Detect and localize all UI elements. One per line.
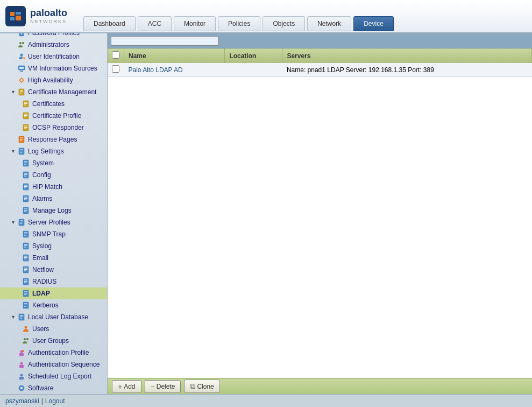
manage-logs-icon xyxy=(22,206,30,215)
sidebar-item-users[interactable]: Users xyxy=(0,323,107,335)
local-user-db-icon xyxy=(17,313,26,321)
top-bar: paloalto NETWORKS DashboardACCMonitorPol… xyxy=(0,0,532,33)
add-button[interactable]: + Add xyxy=(112,380,141,393)
sidebar-item-scheduled-log-export[interactable]: Scheduled Log Export xyxy=(0,370,107,382)
user-identification-icon xyxy=(17,52,26,61)
alarms-icon xyxy=(22,194,30,203)
col-header-location: Location xyxy=(225,48,282,63)
kerberos-icon xyxy=(22,301,30,310)
svg-point-16 xyxy=(20,79,23,81)
nav-tab-policies[interactable]: Policies xyxy=(218,16,260,31)
sidebar-item-syslog[interactable]: Syslog xyxy=(0,240,107,252)
sidebar: Setup Config Audit Admin Roles Password … xyxy=(0,33,108,394)
radius-icon xyxy=(22,277,30,286)
col-header-checkbox xyxy=(108,48,124,63)
svg-rect-2 xyxy=(10,17,15,20)
administrators-icon xyxy=(17,40,26,49)
svg-point-10 xyxy=(19,42,22,44)
user-groups-icon xyxy=(22,336,30,345)
ocsp-responder-icon xyxy=(22,123,30,132)
sidebar-item-high-availability[interactable]: High Availability xyxy=(0,74,107,86)
nav-tab-network[interactable]: Network xyxy=(307,16,351,31)
expand-arrow-server-profiles: ▼ xyxy=(11,220,16,225)
table-header-row: Name Location Servers xyxy=(108,48,532,63)
sidebar-item-label-administrators: Administrators xyxy=(28,41,69,48)
sidebar-item-certificate-mgmt[interactable]: ▼Certificate Management xyxy=(0,86,107,98)
sidebar-item-ocsp-responder[interactable]: OCSP Responder xyxy=(0,122,107,134)
hip-match-icon xyxy=(22,183,30,191)
content-header xyxy=(108,33,532,48)
sidebar-item-response-pages[interactable]: Response Pages xyxy=(0,134,107,145)
sidebar-item-user-groups[interactable]: User Groups xyxy=(0,335,107,347)
sidebar-item-label-vm-info-sources: VM Information Sources xyxy=(28,65,97,72)
sidebar-item-config[interactable]: Config xyxy=(0,169,107,181)
cell-servers: Name: pnad1 LDAP Server: 192.168.1.35 Po… xyxy=(282,63,532,77)
sidebar-item-vm-info-sources[interactable]: VM Information Sources xyxy=(0,62,107,74)
sidebar-item-manage-logs[interactable]: Manage Logs xyxy=(0,205,107,216)
sidebar-item-certificate-profile[interactable]: Certificate Profile xyxy=(0,110,107,122)
nav-tab-dashboard[interactable]: Dashboard xyxy=(83,16,136,31)
sidebar-item-server-profiles[interactable]: ▼Server Profiles xyxy=(0,216,107,228)
sidebar-item-label-certificate-profile: Certificate Profile xyxy=(32,112,81,120)
sidebar-item-auth-sequence[interactable]: Authentication Sequence xyxy=(0,359,107,370)
sidebar-item-password-profiles[interactable]: Password Profiles xyxy=(0,33,107,39)
sidebar-item-local-user-db[interactable]: ▼Local User Database xyxy=(0,311,107,323)
status-separator: | xyxy=(41,397,43,405)
username-link[interactable]: pszymanski xyxy=(5,397,39,405)
sidebar-item-log-settings[interactable]: ▼Log Settings xyxy=(0,145,107,157)
auth-profile-icon xyxy=(17,348,26,357)
logout-link[interactable]: Logout xyxy=(45,397,65,405)
nav-tab-device[interactable]: Device xyxy=(353,16,394,31)
server-profiles-icon xyxy=(17,218,26,227)
content-area: Name Location Servers Palo Alto LDAP ADN… xyxy=(108,33,532,394)
table-row[interactable]: Palo Alto LDAP ADName: pnad1 LDAP Server… xyxy=(108,63,532,77)
svg-rect-4 xyxy=(16,16,21,20)
nav-tab-acc[interactable]: ACC xyxy=(138,16,172,31)
sidebar-item-label-certificate-mgmt: Certificate Management xyxy=(28,88,96,96)
nav-tab-objects[interactable]: Objects xyxy=(263,16,305,31)
sidebar-item-kerberos[interactable]: Kerberos xyxy=(0,299,107,311)
sidebar-item-auth-profile[interactable]: Authentication Profile xyxy=(0,347,107,359)
config-icon xyxy=(22,171,30,179)
sidebar-item-software[interactable]: Software xyxy=(0,382,107,394)
select-all-checkbox[interactable] xyxy=(112,51,119,59)
sidebar-item-radius[interactable]: RADIUS xyxy=(0,276,107,287)
sidebar-item-hip-match[interactable]: HIP Match xyxy=(0,181,107,193)
nav-tab-monitor[interactable]: Monitor xyxy=(174,16,216,31)
sidebar-item-certificates[interactable]: Certificates xyxy=(0,98,107,110)
sidebar-item-user-identification[interactable]: User Identification xyxy=(0,51,107,62)
svg-rect-1 xyxy=(10,12,15,16)
search-input[interactable] xyxy=(111,36,218,46)
sidebar-item-alarms[interactable]: Alarms xyxy=(0,193,107,205)
sidebar-item-email[interactable]: Email xyxy=(0,252,107,264)
table-body: Palo Alto LDAP ADName: pnad1 LDAP Server… xyxy=(108,63,532,77)
sidebar-item-label-auth-sequence: Authentication Sequence xyxy=(28,361,100,368)
clone-button[interactable]: ⧉ Clone xyxy=(184,380,219,393)
row-checkbox-0[interactable] xyxy=(112,65,119,73)
users-icon xyxy=(22,325,30,333)
data-table: Name Location Servers Palo Alto LDAP ADN… xyxy=(108,48,532,77)
sidebar-item-label-radius: RADIUS xyxy=(32,278,56,285)
sidebar-item-label-system: System xyxy=(32,159,54,167)
logo-brand-subtitle: NETWORKS xyxy=(30,19,67,24)
svg-point-11 xyxy=(22,42,24,44)
sidebar-item-snmp-trap[interactable]: SNMP Trap xyxy=(0,228,107,240)
system-icon xyxy=(22,159,30,167)
sidebar-item-label-hip-match: HIP Match xyxy=(32,183,62,191)
sidebar-item-label-kerberos: Kerberos xyxy=(32,301,59,309)
main-layout: Setup Config Audit Admin Roles Password … xyxy=(0,33,532,394)
sidebar-item-ldap[interactable]: LDAP xyxy=(0,287,107,299)
scheduled-log-export-icon xyxy=(17,372,26,381)
sidebar-item-label-server-profiles: Server Profiles xyxy=(28,219,70,226)
delete-button[interactable]: − Delete xyxy=(145,380,181,393)
sidebar-item-netflow[interactable]: Netflow xyxy=(0,264,107,276)
sidebar-content[interactable]: Setup Config Audit Admin Roles Password … xyxy=(0,33,107,394)
nav-tabs: DashboardACCMonitorPoliciesObjectsNetwor… xyxy=(83,0,394,32)
sidebar-item-administrators[interactable]: Administrators xyxy=(0,39,107,51)
sidebar-item-system[interactable]: System xyxy=(0,157,107,169)
sidebar-item-label-snmp-trap: SNMP Trap xyxy=(32,230,66,238)
certificates-icon xyxy=(22,100,30,108)
sidebar-item-label-certificates: Certificates xyxy=(32,100,65,108)
col-header-name: Name xyxy=(124,48,225,63)
toolbar-bottom: + Add − Delete ⧉ Clone xyxy=(108,378,532,394)
